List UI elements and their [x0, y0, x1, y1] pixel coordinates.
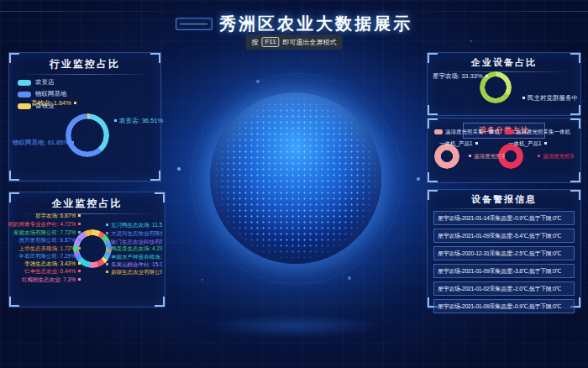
industry-donut-chart	[66, 113, 109, 157]
header-divider	[0, 11, 588, 12]
legend-swatch	[18, 103, 31, 109]
chart-label: 仁丰生态农业: 6.44%	[24, 269, 83, 275]
chart-label: 星宇农场: 6.87%	[35, 213, 83, 219]
chart-label: 丰圆水产种苗养殖场: 1.	[103, 255, 162, 260]
legend-swatch	[18, 80, 31, 86]
panel-device-classification-ratio: 设备分类占比 温湿度光照采集一体机一体机_产品1温湿度光照采温湿度光照采集一体机…	[427, 118, 581, 183]
chart-label: 鸭蛋蛋生态农场: 4.29%	[103, 246, 162, 252]
chart-label: 畜牧业: 1.64%	[31, 100, 79, 107]
legend-label: 农资店	[35, 78, 55, 87]
chart-label: 一体机_产品1	[439, 141, 480, 147]
panel-enterprise-equipment-ratio: 企业设备占比 星宇农场: 33.33%民主村党群服务中心:	[427, 52, 581, 116]
chart-label: 稻韵周青专业合作社: 4.72%	[8, 222, 83, 228]
chart-label: 民主村党群服务中心:	[520, 95, 577, 102]
dashboard-screen: 秀洲区农业大数据展示 按 F11 即可退出全屏模式 行业监控占比 农资店物联网基…	[0, 0, 588, 368]
chart-label: 大运河生态牧业有限责任公	[103, 231, 162, 237]
panel-title: 企业监控占比	[9, 197, 165, 211]
panel-title: 行业监控占比	[9, 57, 160, 71]
legend-item: 物联网基地	[18, 90, 67, 98]
alarm-row: 星宇农场-2021-01-09采集温度:-3.8℃,低于下限:0℃	[433, 264, 575, 278]
page-title: 秀洲区农业大数据展示	[219, 13, 412, 35]
tooltip-text-suffix: 即可退出全屏模式	[283, 38, 337, 47]
device-legend: 温湿度光照采集一体机	[505, 129, 570, 135]
decor-sparkles	[0, 0, 2, 2]
title-underline	[18, 74, 152, 75]
floor-glow	[168, 309, 420, 343]
chart-label: 国开发有限公司: 6.87%	[18, 238, 83, 244]
fullscreen-exit-tooltip: 按 F11 即可退出全屏模式	[245, 34, 342, 50]
device-class-donut-left	[434, 144, 459, 169]
globe-visualization	[210, 92, 381, 264]
chart-label: 新硕生态农业有限公司: 6.87%	[103, 270, 162, 276]
chart-label: 温湿度光照采	[466, 154, 505, 160]
chart-label: 陡门生态农业科技有限公	[103, 239, 162, 245]
industry-legend: 农资店物联网基地畜牧业	[18, 78, 67, 113]
chart-label: 中石庄有限公司: 7.29%	[18, 254, 83, 260]
panel-industry-monitor-ratio: 行业监控占比 农资店物联网基地畜牧业 畜牧业: 1.64%农资店: 36.51%…	[8, 52, 161, 181]
logo-badge	[176, 18, 213, 30]
globe-dot-map	[213, 96, 378, 260]
tooltip-text-prefix: 按	[251, 38, 258, 47]
chart-label: 物联网基地: 61.85%	[13, 139, 76, 146]
legend-swatch	[434, 129, 443, 134]
chart-label: 李强生态农场: 3.43%	[24, 261, 83, 267]
panel-title: 企业设备占比	[428, 56, 580, 69]
chart-label: 上华生态养殖场: 1.72%	[18, 246, 83, 252]
panel-title: 设备警报信息	[428, 193, 580, 206]
chart-label: 红梅园生态农业: 7.3%	[22, 277, 83, 283]
panel-enterprise-monitor-ratio: 企业监控占比 星宇农场: 6.87%稻韵周青专业合作社: 4.72%家庭农场有限…	[8, 192, 165, 308]
alarm-row: 星宇农场-2021-01-02采集温度:-2.0℃,低于下限:0℃	[433, 281, 575, 296]
legend-item: 农资店	[18, 78, 67, 87]
panel-device-alarm-info: 设备警报信息 星宇农场-2021-01-14采集温度:-0.9℃,低于下限:0℃…	[427, 189, 581, 308]
legend-swatch	[18, 92, 31, 97]
chart-label: 一体机_产品1	[508, 141, 549, 147]
alarm-row: 星宇农场-2021-01-09采集温度:-5.4℃,低于下限:0℃	[433, 229, 575, 243]
title-underline	[436, 208, 572, 209]
chart-label: 北汈鸭生态农场: 11.50%	[103, 223, 162, 229]
alarm-list: 星宇农场-2021-01-14采集温度:-0.9℃,低于下限:0℃星宇农场-20…	[433, 211, 575, 317]
chart-label: 农资店: 36.51%	[112, 118, 163, 124]
chart-label: 家庭农场有限公司: 7.72%	[13, 230, 83, 236]
header: 秀洲区农业大数据展示	[0, 13, 588, 35]
f11-keycap: F11	[261, 37, 279, 47]
alarm-row: 星宇农场-2020-12-31采集温度:-2.5℃,低于下限:0℃	[433, 246, 575, 260]
chart-label: 瓜果沁园合作社: 15.02%	[103, 262, 162, 268]
legend-label: 物联网基地	[35, 90, 67, 98]
device-legend: 温湿度光照采集一体机	[434, 129, 500, 135]
legend-swatch	[505, 129, 513, 134]
chart-label: 温湿度光照采	[535, 154, 574, 160]
chart-label: 星宇农场: 33.33%	[433, 73, 491, 80]
alarm-row: 星宇农场-2021-01-09采集温度:-0.9℃,低于下限:0℃	[433, 299, 575, 313]
alarm-row: 星宇农场-2021-01-14采集温度:-0.9℃,低于下限:0℃	[433, 211, 575, 225]
